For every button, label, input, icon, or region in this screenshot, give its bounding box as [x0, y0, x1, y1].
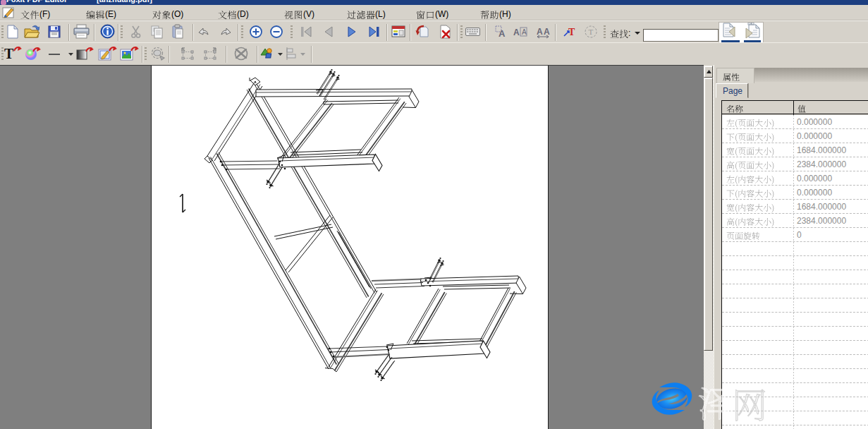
svg-text:T: T [589, 28, 594, 36]
svg-text:T: T [4, 46, 14, 61]
svg-text:A: A [513, 28, 520, 37]
svg-text:A: A [499, 28, 506, 39]
svg-text:T: T [568, 27, 575, 37]
svg-text:A: A [537, 27, 543, 37]
svg-text:A: A [522, 28, 527, 36]
